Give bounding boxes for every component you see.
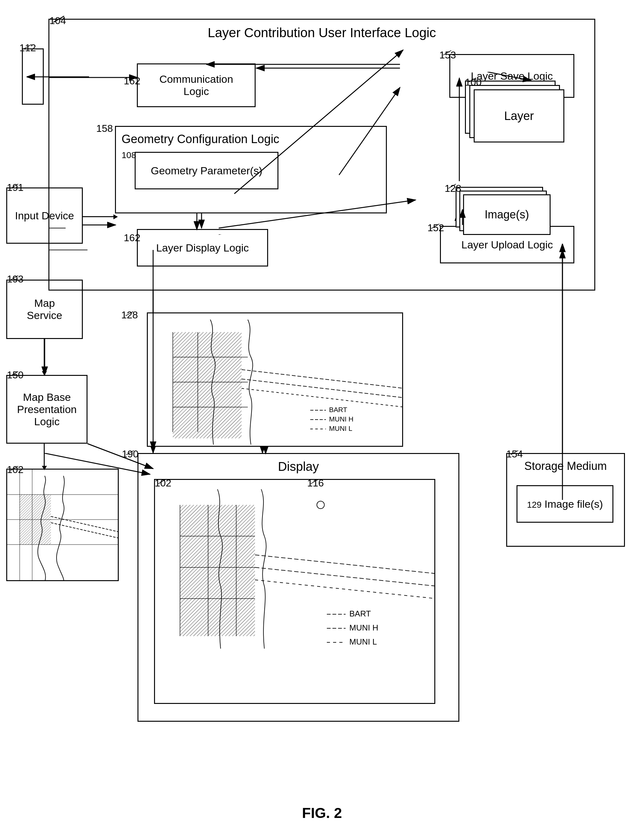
display-inner-screen: BART MUNI H MUNI L — [154, 479, 435, 704]
storage-medium-title: Storage Medium — [507, 460, 624, 473]
arrow-layersave-layer-svg — [488, 72, 550, 90]
ref-128-map: 128 — [121, 309, 138, 321]
arrow-mapimage-display-svg — [256, 447, 275, 459]
ref-162-display: 162 — [124, 232, 140, 244]
map-thumb-svg — [7, 469, 119, 581]
arrow-comm-rect-svg — [26, 71, 95, 87]
fig-caption: FIG. 2 — [0, 804, 644, 821]
arrow-mapbase-display-svg — [44, 453, 156, 478]
map-service-box: MapService — [6, 280, 83, 339]
display-screen-svg: BART MUNI H MUNI L — [155, 480, 435, 704]
diagram-container: 104 Layer Contribution User Interface Lo… — [0, 0, 644, 837]
image-files-label: Image file(s) — [545, 498, 603, 510]
ref-112: 112 — [20, 42, 36, 54]
svg-rect-28 — [173, 332, 242, 438]
svg-text:MUNI H: MUNI H — [329, 415, 353, 423]
storage-medium-box: Storage Medium 129 Image file(s) — [506, 453, 625, 547]
ref-150: 150 — [7, 369, 23, 381]
svg-rect-45 — [180, 505, 255, 636]
ref-129: 129 — [527, 500, 542, 510]
ref-100: 100 — [465, 77, 481, 88]
ref-162-comm: 162 — [124, 75, 140, 87]
svg-line-64 — [44, 453, 150, 474]
arrow-input-geo — [83, 216, 117, 217]
ref-102-display: 102 — [154, 478, 171, 489]
svg-text:BART: BART — [349, 609, 371, 618]
ref-116-display: 116 — [307, 478, 324, 489]
map-thumb-outside — [6, 469, 119, 581]
ref-193: 193 — [7, 273, 23, 285]
map-service-label: MapService — [27, 297, 62, 322]
ref-154: 154 — [506, 448, 523, 460]
layer-label: Layer — [474, 89, 564, 143]
ref-191: 191 — [7, 182, 23, 194]
arrow-layerdisplay-images-svg — [219, 234, 425, 266]
svg-line-74 — [488, 72, 531, 80]
svg-text:MUNI H: MUNI H — [349, 623, 378, 632]
display-box: Display — [138, 453, 459, 722]
ref-108: 108 — [122, 150, 136, 160]
ref-128-images: 128 — [445, 183, 461, 194]
arrow-upload-images-svg — [453, 209, 472, 231]
map-base-box: Map BasePresentationLogic — [6, 375, 87, 444]
image-files-box: 129 Image file(s) — [516, 485, 613, 523]
ref-102-outside: 102 — [7, 464, 23, 476]
input-device-box: Input Device — [6, 187, 83, 244]
images-label: Image(s) — [463, 194, 550, 235]
ref-152: 152 — [427, 222, 444, 234]
map-image-128: BART MUNI H MUNI L — [147, 312, 403, 447]
arrow-geoparams-display-svg — [187, 212, 212, 238]
arrow-mapservice-mapbase — [44, 339, 45, 375]
arrow-layerdisplay-display-svg — [144, 290, 169, 459]
map-image-128-svg: BART MUNI H MUNI L — [148, 313, 403, 447]
svg-text:MUNI L: MUNI L — [329, 425, 352, 432]
arrow-storage-upload-svg — [553, 244, 572, 459]
map-base-label: Map BasePresentationLogic — [17, 391, 77, 428]
input-device-label: Input Device — [15, 210, 74, 222]
svg-text:BART: BART — [329, 406, 347, 414]
arrow-layersave-comm-svg — [206, 56, 406, 74]
display-title: Display — [138, 460, 458, 474]
ref-153: 153 — [439, 49, 456, 61]
svg-text:MUNI L: MUNI L — [349, 637, 377, 647]
ref-158: 158 — [96, 123, 113, 135]
main-box-title: Layer Contribution User Interface Logic — [49, 25, 594, 40]
layer-upload-label: Layer Upload Logic — [462, 239, 553, 251]
